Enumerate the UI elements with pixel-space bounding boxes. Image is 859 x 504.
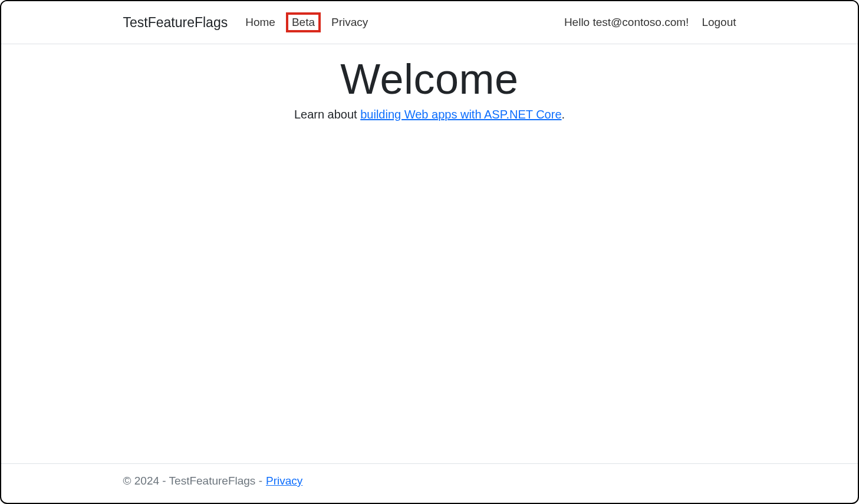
nav-home[interactable]: Home [244, 14, 277, 31]
navbar: TestFeatureFlags Home Beta Privacy Hello… [1, 1, 858, 44]
subtitle-prefix: Learn about [294, 108, 360, 121]
subtitle: Learn about building Web apps with ASP.N… [1, 108, 858, 121]
footer: © 2024 - TestFeatureFlags - Privacy [1, 463, 858, 503]
user-greeting: Hello test@contoso.com! [564, 16, 689, 29]
navbar-right: Hello test@contoso.com! Logout [564, 16, 736, 29]
subtitle-link[interactable]: building Web apps with ASP.NET Core [360, 108, 561, 121]
nav-beta[interactable]: Beta [286, 12, 321, 32]
main-content: Welcome Learn about building Web apps wi… [1, 44, 858, 463]
page-title: Welcome [1, 55, 858, 103]
nav-privacy[interactable]: Privacy [330, 14, 369, 31]
footer-copyright: © 2024 - TestFeatureFlags - [123, 475, 262, 487]
footer-privacy-link[interactable]: Privacy [266, 475, 302, 487]
subtitle-suffix: . [562, 108, 565, 121]
nav-links: Home Beta Privacy [244, 12, 369, 32]
logout-link[interactable]: Logout [702, 16, 736, 29]
brand-link[interactable]: TestFeatureFlags [123, 15, 228, 31]
navbar-left: TestFeatureFlags Home Beta Privacy [123, 12, 370, 32]
